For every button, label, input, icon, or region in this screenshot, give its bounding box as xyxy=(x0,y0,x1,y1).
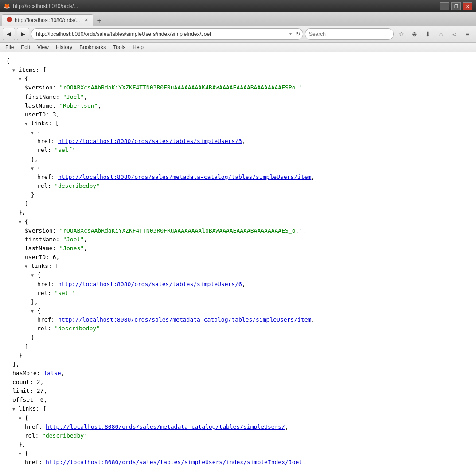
json-item2-link2-open: ▼ { xyxy=(31,306,470,315)
json-item2-link1-href: href: http://localhost:8080/ords/sales/t… xyxy=(37,280,470,289)
json-item2-links-close: ] xyxy=(25,342,470,351)
json-item1-link2-rel: rel: "describedby" xyxy=(37,182,470,190)
active-tab[interactable]: http://localhost:8080/ords/... ✕ xyxy=(2,14,93,26)
json-offset: offset: 0, xyxy=(12,395,470,404)
json-limit: limit: 27, xyxy=(12,387,470,395)
json-item2-links-key: ▼ links: [ xyxy=(25,262,470,271)
url-bar-wrap: ▾ ↻ xyxy=(31,28,303,40)
json-item2-userid: userID: 6, xyxy=(25,253,470,262)
json-content: { ▼ items: [ ▼ { $version: "rOOABXcsAAbR… xyxy=(0,52,476,465)
json-item2-version: $version: "rOOABXcsAAbRdaKiYXZKF4TTN03R0… xyxy=(25,226,470,235)
back-button[interactable]: ◀ xyxy=(3,28,15,40)
json-root-link1-close: }, xyxy=(19,440,470,449)
json-hasmore: hasMore: false, xyxy=(12,369,470,378)
title-bar-controls: – ❐ ✕ xyxy=(440,2,472,10)
json-item1-open: ▼ { xyxy=(19,74,470,83)
search-wrap xyxy=(305,28,394,40)
new-tab-button[interactable]: + xyxy=(94,16,104,26)
json-item1-close: }, xyxy=(19,208,470,217)
bookmark-icon[interactable]: ☆ xyxy=(395,28,407,40)
json-root-link2-href: href: http://localhost:8080/ords/sales/t… xyxy=(25,458,470,465)
tab-close-button[interactable]: ✕ xyxy=(84,17,88,23)
json-item2-link1-rel: rel: "self" xyxy=(37,289,470,298)
json-count: count: 2, xyxy=(12,378,470,387)
search-bar[interactable] xyxy=(305,28,394,40)
json-root-link1-href: href: http://localhost:8080/ords/sales/m… xyxy=(25,422,470,431)
restore-button[interactable]: ❐ xyxy=(451,2,461,10)
json-item1-links-close: ] xyxy=(25,199,470,208)
tab-bar: http://localhost:8080/ords/... ✕ + xyxy=(0,12,476,26)
menu-edit[interactable]: Edit xyxy=(17,43,34,51)
minimize-button[interactable]: – xyxy=(440,2,449,10)
close-button[interactable]: ✕ xyxy=(463,2,472,10)
json-root-link1-open: ▼ { xyxy=(19,414,470,422)
json-item2-link2-close: } xyxy=(31,333,470,342)
json-root-links-key: ▼ links: [ xyxy=(12,404,470,413)
json-item2-close: } xyxy=(19,351,470,360)
refresh-icon[interactable]: ↻ xyxy=(296,31,300,37)
json-item2-open: ▼ { xyxy=(19,217,470,226)
json-item2-firstname: firstName: "Joel", xyxy=(25,235,470,244)
json-item1-lastname: lastName: "Robertson", xyxy=(25,101,470,110)
json-item1-link2-close: } xyxy=(31,190,470,199)
title-bar-title: http://localhost:8080/ords/... xyxy=(13,3,78,9)
menu-tools[interactable]: Tools xyxy=(109,43,129,51)
json-root-link1-rel: rel: "describedby" xyxy=(25,431,470,440)
title-bar-favicon: 🦊 xyxy=(4,3,10,9)
json-item1-link1-close: }, xyxy=(31,155,470,164)
json-item1-link1-href: href: http://localhost:8080/ords/sales/t… xyxy=(37,137,470,146)
json-item1-link2-href: href: http://localhost:8080/ords/sales/m… xyxy=(37,173,470,182)
title-bar: 🦊 http://localhost:8080/ords/... – ❐ ✕ xyxy=(0,0,476,12)
json-root-open: { xyxy=(6,57,470,66)
home-icon[interactable]: ⌂ xyxy=(435,28,447,40)
json-item2-link2-rel: rel: "describedby" xyxy=(37,324,470,333)
menu-bar: File Edit View History Bookmarks Tools H… xyxy=(0,43,476,52)
json-item2-link1-open: ▼ { xyxy=(31,271,470,279)
json-item2-link2-href: href: http://localhost:8080/ords/sales/m… xyxy=(37,315,470,324)
json-item2-link1-close: }, xyxy=(31,298,470,306)
json-item1-version: $version: "rOOABXcsAAbRdaKiYXZKF4TTN03R0… xyxy=(25,83,470,92)
json-items-close: ], xyxy=(12,360,470,369)
json-item1-links-key: ▼ links: [ xyxy=(25,119,470,128)
menu-bookmarks[interactable]: Bookmarks xyxy=(76,43,109,51)
url-bar[interactable] xyxy=(31,28,303,40)
title-bar-left: 🦊 http://localhost:8080/ords/... xyxy=(4,3,78,9)
json-items-key: ▼ items: [ xyxy=(12,66,470,74)
nav-bar: ◀ ▶ ▾ ↻ ☆ ⊕ ⬇ ⌂ ☺ ≡ xyxy=(0,26,476,43)
json-item1-userid: userID: 3, xyxy=(25,110,470,119)
menu-file[interactable]: File xyxy=(2,43,17,51)
user-icon[interactable]: ☺ xyxy=(449,28,460,40)
json-item2-lastname: lastName: "Jones", xyxy=(25,244,470,253)
json-item1-link1-open: ▼ { xyxy=(31,128,470,137)
home-sync-icon[interactable]: ⊕ xyxy=(409,28,420,40)
menu-help[interactable]: Help xyxy=(129,43,147,51)
forward-button[interactable]: ▶ xyxy=(17,28,29,40)
json-item1-firstname: firstName: "Joel", xyxy=(25,93,470,101)
json-root-link2-open: ▼ { xyxy=(19,449,470,458)
menu-icon[interactable]: ≡ xyxy=(462,28,473,40)
tab-label: http://localhost:8080/ords/... xyxy=(15,17,80,23)
url-dropdown-icon: ▾ xyxy=(289,31,292,36)
menu-view[interactable]: View xyxy=(34,43,52,51)
menu-history[interactable]: History xyxy=(52,43,76,51)
json-item1-link1-rel: rel: "self" xyxy=(37,146,470,155)
download-icon[interactable]: ⬇ xyxy=(422,28,433,40)
json-item1-link2-open: ▼ { xyxy=(31,164,470,173)
tab-favicon xyxy=(7,17,12,23)
